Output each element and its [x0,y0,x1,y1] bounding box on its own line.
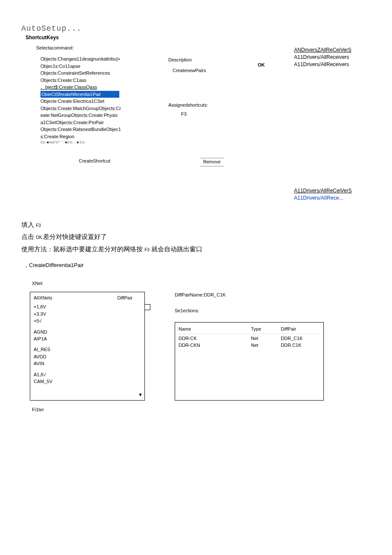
xnet-item[interactable]: AVIN [34,360,141,367]
description-body: CreatenewPairs [173,67,245,74]
shortcutkeys-label: ShortcutKeys [26,34,371,41]
cmd-item[interactable]: Objects:ConstraintSetReferences [40,70,156,77]
cell-diffpair: DDR_C1K [281,335,303,342]
diffpair-name-field: DiffPairName:DDR_C1K [175,292,324,298]
table-row[interactable]: DDR-CKN Net DDR.C1K [179,342,320,349]
cmd-item[interactable]: C1: ■n1e°C* ˉ「■b.C.：■.C1.∙ [40,140,156,145]
scroll-down-icon[interactable]: ▼ [138,392,143,398]
selections-table: Name Type DiffPair DDR-CK Net DDR_C1K DD… [175,322,324,401]
create-diff-pair-title: ，CreateDifferentia1Pair [23,262,371,269]
cmd-item[interactable]: 。bject$:Create:ClassQass [40,84,156,91]
col-name: Name [179,326,251,332]
cmd-item[interactable]: Objects:Create:MatchGroupObjects:Cr [40,105,156,112]
cmd-item[interactable]: Objecte:Create:Electrica1CSet [40,98,156,105]
cmd-item[interactable]: Objects:Changea11designunitattribu|> [40,55,156,63]
cmd-item[interactable]: Objects:Create:C1ass [40,77,156,84]
side-link[interactable]: A11Drivers/AIIRece... [294,195,371,202]
table-row[interactable]: DDR-CK Net DDR_C1K [179,335,320,342]
shortcut-dialog: Selectacommand: Objects:Changea11designu… [36,45,294,145]
cmd-item[interactable]: Objects:Create:RatsnestBundleObjec1 [40,126,156,133]
cmd-item[interactable]: Objec1s:Co11apse [40,63,156,70]
filter-label: Fi1ter [32,407,371,413]
xnet-item[interactable]: +1,8V [34,304,141,310]
col-diffpair: DiffPair [281,326,296,332]
remove-button[interactable]: Remove [200,158,224,166]
ok-button[interactable]: OK [258,62,292,68]
xnet-item[interactable]: A1,8√ [34,372,141,378]
selections-label: Se1ections: [175,308,324,314]
xnet-item[interactable]: +5√ [34,318,141,324]
xnet-item[interactable]: +3.3V [34,311,141,317]
cell-name: DDR-CK [179,335,251,342]
xnet-item[interactable]: AGND [34,329,141,335]
cmd-item[interactable]: eate:NetGroupOb|ects:Create:Physic [40,112,156,119]
cell-type: Net [251,335,281,342]
instruction-text: 填入 F3 点击 OK.差分对快捷键设置好了 使用方法：鼠标选中要建立差分对的网… [21,219,371,256]
xnet-listbox[interactable]: AIIXNets DiffPair +1,8V +3.3V +5√ AGND A… [30,292,145,401]
scroll-thumb[interactable] [144,304,150,310]
assigned-shortcuts-label: Assignedshortcuts: [168,102,245,108]
xnet-item[interactable]: CAM_5V [34,378,141,385]
xnet-col-diffpair: DiffPair [117,295,133,301]
create-shortcut-button[interactable]: CreateShortcut [79,158,110,164]
select-command-label: Selectacommand: [36,45,156,51]
cmd-item[interactable]: a1CSetObjects:Create:PinPair [40,119,156,126]
side-link[interactable]: A11Drivers/AllReCeiVerS [294,187,371,195]
xnet-item[interactable]: AVDD [34,354,141,360]
xnet-col-allxnets: AIIXNets [34,295,52,301]
autosetup-title: AutoSetup... [21,23,371,34]
cell-name: DDR-CKN [179,342,251,349]
xnet-items[interactable]: +1,8V +3.3V +5√ AGND AIP1A AI_RES AVDD A… [34,304,141,385]
side-links-top: ANDriversZAllReCeiVerS A11Drivers/AllRec… [294,46,371,202]
side-link[interactable]: ANDriversZAllReCeiVerS [294,46,371,54]
xnet-item[interactable]: AIP1A [34,336,141,342]
side-link[interactable]: A11Drivers/AllReceivers [294,61,371,68]
cell-type: Net [251,342,281,349]
col-type: Type [251,326,281,332]
assigned-shortcut-value: F3 [181,111,245,117]
cell-diffpair: DDR.C1K [281,342,301,349]
cmd-item[interactable]: s:Create:Region [40,133,156,140]
side-link[interactable]: A11Drivers/AllReceivers [294,54,371,61]
xnet-label: XNet [32,280,371,287]
xnet-item[interactable]: AI_RES [34,346,141,353]
description-label: Description [168,57,245,63]
command-list[interactable]: Objects:Changea11designunitattribu|> Obj… [40,55,156,145]
cmd-item-selected[interactable]: ObieCtSfreateNferentia1Pair [40,91,119,98]
